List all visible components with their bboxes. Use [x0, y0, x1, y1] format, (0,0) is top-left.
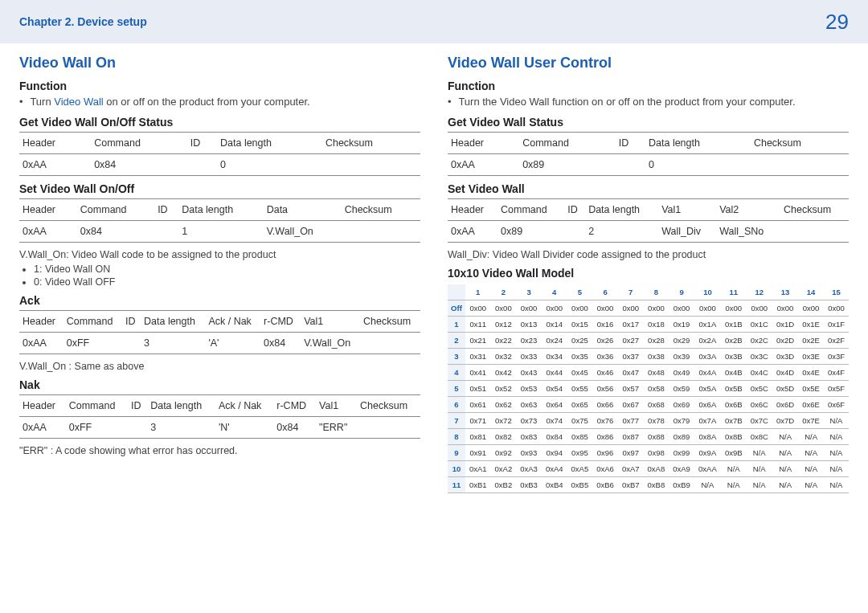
table-cell: 0x84	[77, 221, 154, 243]
matrix-cell: 0x75	[567, 413, 593, 429]
table-col-header: Header	[19, 199, 77, 221]
table-cell	[154, 221, 178, 243]
matrix-col-header: 9	[669, 284, 694, 300]
matrix-row-header: 3	[448, 349, 465, 365]
matrix-cell: N/A	[798, 477, 824, 493]
nak-note: "ERR" : A code showing what error has oc…	[19, 445, 420, 456]
matrix-cell: 0x51	[465, 381, 491, 397]
matrix-cell: 0x8A	[694, 429, 721, 445]
matrix-cell: 0x4A	[694, 365, 721, 381]
table-cell	[342, 221, 420, 243]
matrix-cell: 0x69	[669, 397, 694, 413]
matrix-cell: 0x76	[592, 413, 618, 429]
table-col-header: ID	[187, 133, 217, 154]
matrix-cell: 0x49	[669, 365, 694, 381]
matrix-col-header: 1	[465, 284, 491, 300]
matrix-cell: 0x68	[644, 397, 669, 413]
chapter-title: Chapter 2. Device setup	[19, 15, 147, 28]
matrix-row-header: 9	[448, 445, 465, 461]
table-cell: 'A'	[205, 333, 260, 354]
matrix-cell: N/A	[798, 429, 824, 445]
matrix-cell: 0x6A	[694, 397, 721, 413]
matrix-cell: 0x55	[567, 381, 593, 397]
matrix-cell: 0x78	[644, 413, 669, 429]
matrix-row-header: 10	[448, 461, 465, 477]
matrix-cell: 0x8C	[747, 429, 772, 445]
matrix-cell: 0x59	[669, 381, 694, 397]
table-cell: 'N'	[215, 417, 273, 439]
table-cell	[616, 154, 645, 176]
matrix-cell: 0x5B	[721, 381, 747, 397]
ack-table: HeaderCommandIDData lengthAck / Nakr-CMD…	[19, 310, 420, 354]
matrix-cell: 0xA6	[592, 461, 618, 477]
function-heading-r: Function	[448, 80, 849, 92]
matrix-cell: 0x34	[542, 349, 567, 365]
matrix-cell: 0x4E	[798, 365, 824, 381]
matrix-cell: 0x2A	[694, 333, 721, 349]
matrix-cell: 0xB7	[618, 477, 644, 493]
matrix-cell: 0x00	[798, 300, 824, 317]
table-cell: 0	[217, 154, 322, 176]
table-cell: 0	[645, 154, 751, 176]
matrix-cell: 0x71	[465, 413, 491, 429]
model-heading: 10x10 Video Wall Model	[448, 267, 849, 280]
page-header: Chapter 2. Device setup 29	[0, 0, 868, 43]
matrix-cell: 0xB9	[669, 477, 694, 493]
matrix-col-header: 4	[542, 284, 567, 300]
table-cell: 0xAA	[448, 221, 497, 243]
table-cell: 0xAA	[448, 154, 519, 176]
vwall-on-values: 1: Video Wall ON0: Video Wall OFF	[19, 264, 420, 288]
matrix-cell: 0x2E	[798, 333, 824, 349]
matrix-cell: N/A	[772, 461, 798, 477]
matrix-cell: 0x33	[516, 349, 542, 365]
matrix-row-header: 6	[448, 397, 465, 413]
matrix-row-header: 7	[448, 413, 465, 429]
table-col-header: r-CMD	[260, 311, 301, 333]
matrix-cell: 0x00	[669, 300, 694, 317]
matrix-cell: 0x61	[465, 397, 491, 413]
matrix-cell: 0xB6	[592, 477, 618, 493]
set-video-wall-heading: Set Video Wall	[448, 182, 849, 195]
matrix-row-header: 5	[448, 381, 465, 397]
function-text: • Turn Video Wall on or off on the produ…	[19, 96, 420, 108]
table-col-header: Data	[264, 199, 342, 221]
list-item: 0: Video Wall OFF	[34, 276, 420, 288]
matrix-cell: 0x7C	[747, 413, 772, 429]
table-cell: V.Wall_On	[264, 221, 342, 243]
video-wall-user-control-title: Video Wall User Control	[448, 55, 849, 72]
matrix-cell: 0x54	[542, 381, 567, 397]
matrix-cell: 0x29	[669, 333, 694, 349]
matrix-cell: 0x52	[491, 381, 517, 397]
matrix-cell: N/A	[798, 461, 824, 477]
matrix-col-header: 13	[772, 284, 798, 300]
matrix-row-header: 2	[448, 333, 465, 349]
matrix-cell: 0xB5	[567, 477, 593, 493]
matrix-cell: 0x74	[542, 413, 567, 429]
matrix-cell: 0x13	[516, 317, 542, 333]
matrix-cell: 0x65	[567, 397, 593, 413]
bullet-icon: •	[448, 96, 456, 108]
matrix-cell: 0x64	[542, 397, 567, 413]
matrix-cell: N/A	[747, 461, 772, 477]
matrix-cell: 0x85	[567, 429, 593, 445]
matrix-cell: 0x17	[618, 317, 644, 333]
table-cell	[322, 154, 420, 176]
matrix-cell: 0x3E	[798, 349, 824, 365]
matrix-cell: 0x22	[491, 333, 517, 349]
matrix-cell: 0x6F	[824, 397, 849, 413]
table-cell	[751, 154, 849, 176]
table-col-header: Command	[63, 311, 122, 333]
matrix-cell: 0x56	[592, 381, 618, 397]
table-cell: 0x89	[497, 221, 564, 243]
matrix-cell: 0x18	[644, 317, 669, 333]
matrix-cell: 0x48	[644, 365, 669, 381]
matrix-cell: 0x79	[669, 413, 694, 429]
matrix-cell: 0x91	[465, 445, 491, 461]
get-status-heading: Get Video Wall On/Off Status	[19, 116, 420, 129]
table-col-header: Command	[519, 133, 616, 154]
matrix-col-header: 14	[798, 284, 824, 300]
col-video-wall-user-control: Video Wall User Control Function • Turn …	[448, 55, 849, 493]
table-col-header: ID	[154, 199, 178, 221]
matrix-cell: N/A	[747, 477, 772, 493]
matrix-corner	[448, 284, 465, 300]
